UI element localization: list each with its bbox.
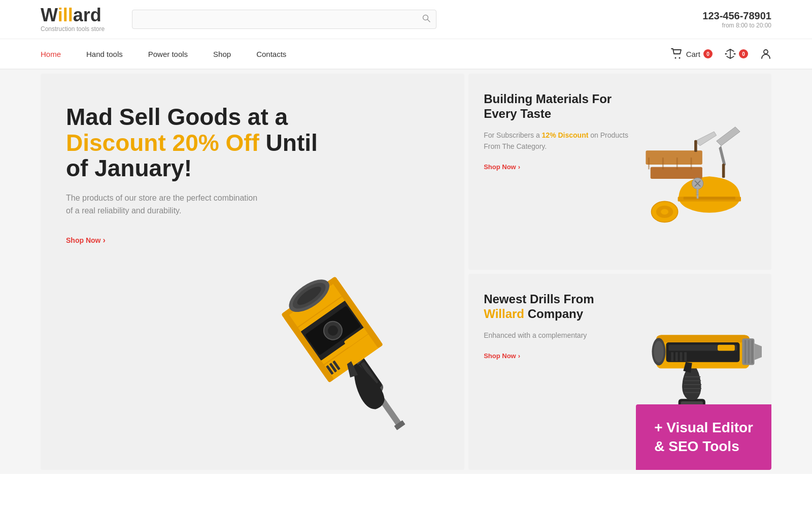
- panel1-discount: 12% Discount: [542, 131, 589, 139]
- main-content: Mad Sell Goods at a Discount 20% Off Unt…: [0, 70, 812, 474]
- svg-rect-42: [648, 157, 650, 169]
- panel2-brand: Willard: [484, 307, 524, 321]
- panel-drills: Newest Drills From Willard Company Enhan…: [468, 274, 771, 470]
- svg-point-82: [654, 341, 663, 363]
- svg-point-3: [679, 57, 680, 59]
- cart-icon: [671, 48, 683, 59]
- phone-number: 123-456-78901: [702, 10, 771, 22]
- hero-drill-image: [180, 150, 464, 470]
- svg-rect-70: [718, 345, 735, 351]
- panel1-cta-arrow: ›: [518, 163, 520, 171]
- search-input[interactable]: [132, 10, 436, 29]
- hero-heading-line1: Mad Sell Goods at a: [66, 104, 288, 130]
- nav-power-tools[interactable]: Power tools: [148, 41, 188, 68]
- panel1-desc-prefix: For Subscribers a: [484, 131, 542, 139]
- compare-button[interactable]: 0: [725, 48, 748, 59]
- svg-rect-78: [752, 340, 753, 363]
- hero-cta[interactable]: Shop Now ›: [66, 236, 106, 245]
- svg-rect-43: [662, 157, 664, 169]
- svg-rect-36: [684, 197, 735, 200]
- svg-rect-67: [656, 335, 750, 343]
- cart-button[interactable]: Cart 0: [671, 48, 713, 59]
- panel2-heading-line1: Newest Drills From: [484, 292, 594, 306]
- panel-building-materials: Building Materials For Every Taste For S…: [468, 74, 771, 270]
- search-bar: [132, 10, 436, 29]
- building-materials-image: [605, 74, 771, 270]
- panel1-cta[interactable]: Shop Now ›: [484, 163, 520, 171]
- nav-links: Home Hand tools Power tools Shop Contact…: [41, 41, 671, 68]
- panel2-heading-line2: Company: [528, 307, 583, 321]
- visual-editor-banner: + Visual Editor & SEO Tools: [636, 404, 771, 470]
- panel2-cta-arrow: ›: [518, 352, 520, 360]
- business-hours: from 8:00 to 20:00: [702, 22, 771, 29]
- logo-subtitle: Construction tools store: [41, 25, 122, 33]
- hero-banner: Mad Sell Goods at a Discount 20% Off Unt…: [41, 74, 464, 470]
- panel2-cta[interactable]: Shop Now ›: [484, 352, 520, 360]
- user-icon: [760, 48, 771, 59]
- svg-rect-77: [748, 340, 750, 363]
- hero-cta-label: Shop Now: [66, 236, 100, 244]
- panel1-cta-label: Shop Now: [484, 163, 516, 171]
- compare-icon: [725, 48, 736, 59]
- svg-rect-71: [671, 352, 673, 361]
- search-button[interactable]: [422, 14, 430, 24]
- cart-badge: 0: [703, 49, 713, 58]
- nav-shop[interactable]: Shop: [213, 41, 231, 68]
- hero-date-text: of January!: [66, 155, 192, 181]
- header-contact: 123-456-78901 from 8:00 to 20:00: [702, 10, 771, 29]
- svg-line-1: [428, 20, 430, 22]
- svg-point-4: [725, 53, 727, 55]
- cart-label: Cart: [686, 50, 700, 58]
- logo-title: Willard: [41, 6, 122, 24]
- svg-rect-41: [651, 167, 702, 179]
- svg-point-2: [674, 57, 676, 59]
- logo[interactable]: Willard Construction tools store: [41, 6, 122, 33]
- panel1-heading-text: Building Materials For Every Taste: [484, 92, 612, 120]
- svg-point-6: [764, 50, 768, 54]
- svg-rect-40: [646, 150, 702, 165]
- visual-editor-line2: & SEO Tools: [654, 437, 753, 456]
- svg-rect-72: [675, 352, 678, 361]
- search-icon: [422, 14, 430, 22]
- svg-rect-44: [676, 157, 678, 169]
- panel2-cta-label: Shop Now: [484, 352, 516, 360]
- nav-contacts[interactable]: Contacts: [256, 41, 286, 68]
- svg-rect-45: [691, 157, 692, 169]
- right-panels: Building Materials For Every Taste For S…: [468, 74, 771, 470]
- svg-rect-73: [680, 352, 682, 361]
- hero-cta-arrow: ›: [103, 236, 105, 245]
- nav-home[interactable]: Home: [41, 41, 61, 68]
- navigation: Home Hand tools Power tools Shop Contact…: [0, 39, 812, 70]
- svg-rect-47: [694, 140, 697, 152]
- svg-rect-51: [697, 189, 699, 199]
- nav-actions: Cart 0 0: [671, 48, 771, 59]
- svg-point-39: [661, 209, 668, 214]
- nav-hand-tools[interactable]: Hand tools: [86, 41, 123, 68]
- svg-rect-74: [684, 352, 687, 361]
- svg-rect-76: [745, 340, 746, 363]
- compare-badge: 0: [739, 49, 748, 58]
- header: Willard Construction tools store 123-456…: [0, 0, 812, 39]
- visual-editor-line1: + Visual Editor: [654, 419, 753, 437]
- svg-rect-46: [722, 164, 725, 178]
- svg-point-5: [734, 53, 736, 55]
- account-button[interactable]: [760, 48, 771, 59]
